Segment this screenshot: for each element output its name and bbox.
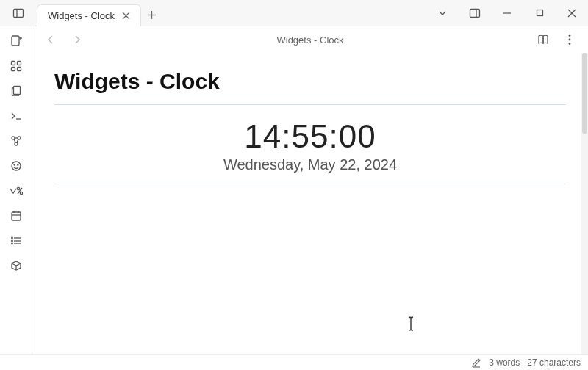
svg-point-40	[11, 237, 12, 239]
close-window-button[interactable]	[556, 0, 588, 26]
forward-button[interactable]	[69, 32, 85, 48]
svg-rect-6	[470, 9, 480, 17]
svg-rect-12	[12, 36, 19, 46]
scrollbar-thumb[interactable]	[582, 53, 587, 134]
svg-rect-0	[14, 9, 24, 17]
content-area: Widgets - Clock Widgets - Clock 14:55:00…	[32, 26, 588, 354]
tab-active[interactable]: Widgets - Clock	[37, 4, 141, 26]
tab-title: Widgets - Clock	[48, 10, 115, 21]
percent-icon[interactable]	[9, 184, 24, 198]
new-note-icon[interactable]	[9, 34, 24, 48]
text-cursor-icon	[407, 316, 415, 332]
document-heading: Widgets - Clock	[54, 69, 566, 94]
dashboard-icon[interactable]	[9, 59, 24, 73]
svg-rect-9	[537, 10, 542, 16]
activity-bar	[0, 26, 32, 354]
svg-line-24	[14, 139, 15, 143]
svg-point-28	[14, 164, 15, 165]
back-button[interactable]	[43, 32, 59, 48]
svg-point-29	[17, 164, 18, 165]
svg-rect-18	[17, 68, 21, 71]
package-icon[interactable]	[9, 258, 24, 273]
tab-close-icon[interactable]	[122, 10, 130, 22]
svg-rect-19	[13, 87, 20, 95]
book-icon[interactable]	[535, 32, 551, 48]
page-title: Widgets - Clock	[96, 35, 525, 46]
calendar-icon[interactable]	[9, 208, 24, 223]
svg-line-25	[17, 139, 18, 143]
sub-header: Widgets - Clock	[32, 26, 588, 53]
svg-point-31	[20, 192, 22, 194]
maximize-button[interactable]	[523, 0, 556, 26]
svg-point-47	[569, 39, 571, 41]
svg-line-43	[12, 264, 16, 266]
panel-toggle-icon[interactable]	[459, 0, 491, 26]
window-controls	[426, 0, 588, 26]
minimize-button[interactable]	[491, 0, 523, 26]
documents-icon[interactable]	[9, 84, 24, 98]
svg-rect-16	[17, 62, 21, 65]
edit-mode-icon[interactable]	[471, 358, 481, 368]
status-bar: 3 words 27 characters	[0, 354, 588, 370]
main-row: Widgets - Clock Widgets - Clock 14:55:00…	[0, 26, 588, 354]
clock-widget: 14:55:00 Wednesday, May 22, 2024	[54, 104, 566, 184]
svg-point-30	[17, 187, 19, 189]
svg-point-46	[569, 35, 571, 37]
more-menu-icon[interactable]	[562, 32, 578, 48]
svg-point-27	[12, 162, 21, 170]
graph-icon[interactable]	[9, 134, 24, 148]
svg-point-42	[11, 243, 12, 244]
list-icon[interactable]	[9, 233, 24, 248]
svg-rect-15	[11, 62, 15, 65]
tab-list-icon[interactable]	[426, 0, 459, 26]
svg-rect-33	[12, 212, 21, 220]
char-count[interactable]: 27 characters	[527, 358, 581, 368]
word-count[interactable]: 3 words	[489, 358, 520, 368]
svg-line-44	[16, 264, 21, 266]
svg-point-41	[11, 240, 12, 242]
titlebar: Widgets - Clock	[0, 0, 588, 26]
document[interactable]: Widgets - Clock 14:55:00 Wednesday, May …	[32, 53, 588, 184]
clock-date: Wednesday, May 22, 2024	[54, 156, 566, 173]
svg-point-48	[569, 43, 571, 45]
sidebar-toggle-icon[interactable]	[12, 7, 24, 19]
vertical-scrollbar[interactable]	[581, 53, 588, 354]
terminal-icon[interactable]	[9, 109, 24, 123]
new-tab-button[interactable]	[141, 4, 162, 26]
clock-time: 14:55:00	[54, 118, 566, 155]
svg-point-23	[15, 142, 18, 145]
emoji-icon[interactable]	[9, 159, 24, 173]
app-window: Widgets - Clock	[0, 0, 588, 370]
svg-rect-17	[11, 68, 15, 71]
